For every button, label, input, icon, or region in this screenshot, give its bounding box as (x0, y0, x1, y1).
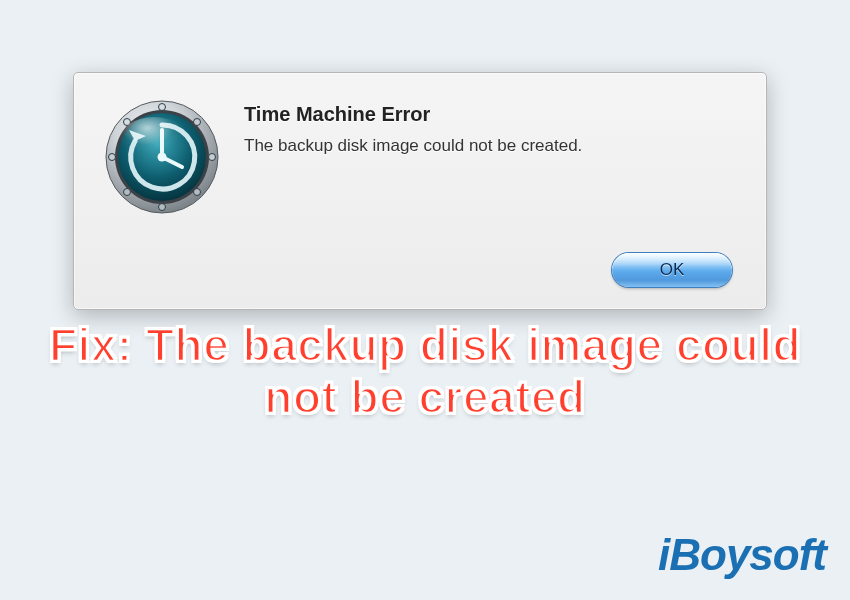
dialog-body: Time Machine Error The backup disk image… (74, 73, 766, 309)
time-machine-icon (102, 97, 222, 217)
svg-point-9 (109, 154, 116, 161)
ok-button[interactable]: OK (612, 253, 732, 287)
svg-point-4 (194, 119, 201, 126)
svg-point-5 (209, 154, 216, 161)
dialog-title: Time Machine Error (244, 103, 738, 126)
svg-point-8 (124, 189, 131, 196)
brand-logo: iBoysoft (658, 530, 826, 580)
svg-point-3 (159, 104, 166, 111)
svg-point-7 (159, 204, 166, 211)
time-machine-icon-svg (102, 97, 222, 217)
article-caption: Fix: The backup disk image could not be … (0, 320, 850, 423)
dialog-message: The backup disk image could not be creat… (244, 136, 738, 156)
error-dialog: Time Machine Error The backup disk image… (73, 72, 767, 310)
svg-point-15 (120, 117, 188, 161)
brand-text: iBoysoft (658, 530, 826, 579)
svg-point-6 (194, 189, 201, 196)
dialog-text: Time Machine Error The backup disk image… (244, 103, 738, 156)
dialog-button-row: OK (612, 253, 732, 287)
